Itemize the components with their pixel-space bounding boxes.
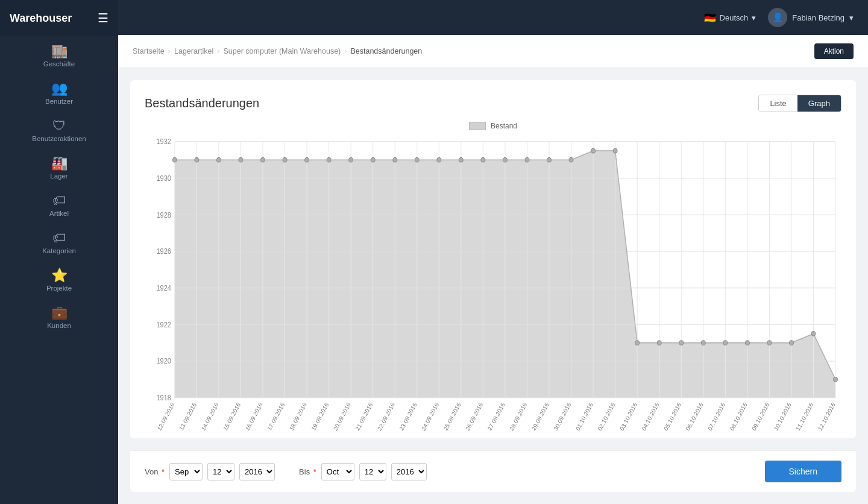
breadcrumb: Startseite › Lagerartikel › Super comput…: [118, 35, 868, 68]
sidebar-item-geschaefte[interactable]: 🏬 Geschäfte: [0, 36, 118, 74]
breadcrumb-lagerartikel[interactable]: Lagerartikel: [174, 47, 213, 55]
sidebar-item-benutzer[interactable]: 👥 Benutzer: [0, 74, 118, 111]
svg-point-50: [239, 157, 243, 162]
svg-point-71: [701, 341, 705, 345]
sidebar-item-label: Benutzeraktionen: [32, 135, 86, 142]
hamburger-icon[interactable]: ☰: [98, 11, 108, 25]
sidebar-item-projekte[interactable]: ⭐ Projekte: [0, 260, 118, 298]
bis-day-select[interactable]: 1234567891011121314151617181920212223242…: [359, 463, 386, 480]
svg-text:26.09.2016: 26.09.2016: [464, 401, 484, 432]
svg-text:05.10.2016: 05.10.2016: [662, 401, 682, 432]
main-area: 🇩🇪 Deutsch ▾ 👤 Fabian Betzing ▾ Startsei…: [118, 0, 868, 504]
card-header: Bestandsänderungen Liste Graph: [145, 95, 841, 112]
svg-point-64: [547, 157, 552, 162]
svg-text:1922: 1922: [156, 321, 171, 329]
legend-label: Bestand: [491, 122, 517, 130]
svg-text:1928: 1928: [156, 211, 171, 219]
view-toggle: Liste Graph: [758, 95, 841, 112]
svg-text:21.09.2016: 21.09.2016: [354, 401, 374, 432]
bis-group: Bis * JanFebMarAprMayJunJulAugSepOctNovD…: [299, 463, 427, 480]
svg-text:28.09.2016: 28.09.2016: [508, 401, 528, 432]
language-selector[interactable]: 🇩🇪 Deutsch ▾: [704, 12, 756, 24]
svg-text:1932: 1932: [156, 138, 171, 146]
avatar-icon: 👤: [772, 12, 784, 23]
main-card: Bestandsänderungen Liste Graph Bestand 1…: [130, 80, 856, 438]
sidebar-item-benutzeraktionen[interactable]: 🛡 Benutzeraktionen: [0, 111, 118, 148]
chart-container: Bestand 19181920192219241926192819301932…: [145, 122, 841, 424]
sidebar-item-label: Kunden: [47, 322, 71, 329]
breadcrumb-current: Bestandsänderungen: [350, 47, 422, 55]
top-header: 🇩🇪 Deutsch ▾ 👤 Fabian Betzing ▾: [118, 0, 868, 35]
svg-text:29.09.2016: 29.09.2016: [530, 401, 550, 432]
svg-point-52: [283, 157, 287, 162]
breadcrumb-sep-3: ›: [344, 47, 347, 55]
sidebar-item-kunden[interactable]: 💼 Kunden: [0, 298, 118, 335]
chart-svg: 1918192019221924192619281930193212.09.20…: [145, 135, 841, 437]
von-day-select[interactable]: 1234567891011121314151617181920212223242…: [207, 463, 234, 480]
bis-month-select[interactable]: JanFebMarAprMayJunJulAugSepOctNovDec: [321, 463, 354, 480]
action-button[interactable]: Aktion: [814, 43, 854, 59]
svg-text:1924: 1924: [156, 285, 171, 292]
geschaefte-icon: 🏬: [51, 45, 68, 58]
date-filter-form: Von * JanFebMarAprMayJunJulAugSepOctNovD…: [130, 450, 856, 492]
svg-point-48: [195, 157, 199, 162]
legend-color-box: [469, 122, 486, 130]
svg-point-51: [261, 157, 265, 162]
svg-text:27.09.2016: 27.09.2016: [486, 401, 506, 432]
svg-text:16.09.2016: 16.09.2016: [244, 401, 264, 432]
breadcrumb-startseite[interactable]: Startseite: [133, 47, 165, 55]
benutzeraktionen-icon: 🛡: [52, 119, 66, 133]
svg-point-77: [834, 377, 838, 382]
graph-toggle-button[interactable]: Graph: [797, 95, 841, 112]
von-group: Von * JanFebMarAprMayJunJulAugSepOctNovD…: [145, 463, 275, 480]
svg-text:24.09.2016: 24.09.2016: [420, 401, 440, 432]
svg-text:04.10.2016: 04.10.2016: [641, 401, 661, 432]
sidebar-item-kategorien[interactable]: 🏷 Kategorien: [0, 223, 118, 260]
svg-point-66: [591, 148, 596, 153]
kategorien-icon: 🏷: [52, 232, 66, 245]
svg-text:1930: 1930: [156, 174, 171, 182]
svg-text:03.10.2016: 03.10.2016: [618, 401, 638, 432]
breadcrumb-sep-1: ›: [168, 47, 171, 55]
svg-point-55: [349, 157, 353, 162]
bis-year-select[interactable]: 20142015201620172018: [391, 463, 427, 480]
svg-text:12.09.2016: 12.09.2016: [156, 401, 176, 432]
svg-text:17.09.2016: 17.09.2016: [266, 401, 286, 432]
chart-legend: Bestand: [145, 122, 841, 130]
sidebar-item-label: Artikel: [49, 210, 69, 217]
bis-label: Bis *: [299, 467, 316, 476]
svg-text:19.09.2016: 19.09.2016: [310, 401, 330, 432]
svg-text:20.09.2016: 20.09.2016: [332, 401, 352, 432]
svg-point-62: [503, 157, 507, 162]
artikel-icon: 🏷: [52, 194, 66, 207]
svg-text:15.09.2016: 15.09.2016: [222, 401, 242, 432]
svg-point-58: [415, 157, 419, 162]
sidebar-item-artikel[interactable]: 🏷 Artikel: [0, 186, 118, 223]
page-title: Bestandsänderungen: [145, 96, 259, 110]
svg-text:13.09.2016: 13.09.2016: [178, 401, 198, 432]
bis-required-star: *: [313, 467, 316, 476]
von-month-select[interactable]: JanFebMarAprMayJunJulAugSepOctNovDec: [169, 463, 203, 480]
breadcrumb-warehouse[interactable]: Super computer (Main Warehouse): [223, 47, 341, 55]
sidebar: Warehouser ☰ 🏬 Geschäfte 👥 Benutzer 🛡 Be…: [0, 0, 118, 504]
svg-point-67: [613, 148, 617, 153]
svg-text:07.10.2016: 07.10.2016: [706, 401, 726, 432]
svg-point-60: [459, 157, 463, 162]
svg-text:14.09.2016: 14.09.2016: [200, 401, 220, 432]
save-button[interactable]: Sichern: [765, 461, 841, 482]
svg-point-47: [172, 157, 177, 162]
user-menu[interactable]: 👤 Fabian Betzing ▾: [768, 8, 854, 27]
svg-point-54: [327, 157, 331, 162]
chevron-down-icon: ▾: [849, 13, 854, 22]
svg-text:02.10.2016: 02.10.2016: [597, 401, 617, 432]
svg-text:10.10.2016: 10.10.2016: [773, 401, 793, 432]
von-required-star: *: [162, 467, 165, 476]
svg-point-49: [216, 157, 221, 162]
liste-toggle-button[interactable]: Liste: [759, 95, 797, 112]
sidebar-item-lager[interactable]: 🏭 Lager: [0, 148, 118, 186]
svg-text:11.10.2016: 11.10.2016: [794, 401, 814, 432]
von-year-select[interactable]: 20142015201620172018: [239, 463, 275, 480]
svg-point-74: [767, 341, 772, 345]
sidebar-item-label: Kategorien: [42, 247, 76, 254]
svg-text:01.10.2016: 01.10.2016: [574, 401, 594, 432]
